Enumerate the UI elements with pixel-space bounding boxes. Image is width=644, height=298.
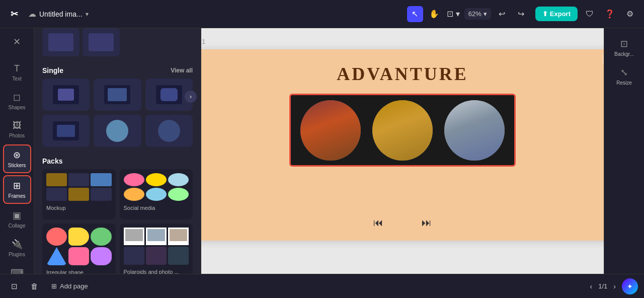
- single-frame-thumb-5[interactable]: [94, 115, 141, 147]
- mockup-thumb-5: [68, 188, 89, 201]
- settings-icon-button[interactable]: ⚙: [622, 6, 638, 22]
- doc-title[interactable]: Untitled ima...: [39, 10, 83, 18]
- mockup-thumbnails: [46, 173, 112, 201]
- right-panel: ⊡ Backgr... ⤡ Resize: [604, 28, 644, 274]
- background-icon: ⊡: [620, 38, 628, 49]
- app-logo[interactable]: ✂: [6, 6, 22, 22]
- mockup-pack-item[interactable]: Mockup: [42, 169, 116, 219]
- mockup-thumb-1: [46, 173, 67, 186]
- shapes-icon: ◻: [13, 92, 21, 103]
- canvas-scroll: Page 1 ⊡ ADVANTURE: [201, 28, 604, 274]
- panel-thumb-2[interactable]: [83, 28, 120, 56]
- add-page-label: Add page: [60, 282, 88, 290]
- resize-panel-item[interactable]: ⤡ Resize: [608, 63, 640, 90]
- hand-tool-button[interactable]: ✋: [426, 6, 442, 22]
- next-page-button[interactable]: ›: [611, 280, 618, 292]
- sidebar-item-stickers[interactable]: ⊛ Stickers: [3, 144, 31, 173]
- stickers-icon: ⊛: [13, 150, 21, 161]
- single-section-title: Single: [42, 66, 63, 74]
- social-thumb-4: [124, 188, 144, 201]
- sidebar-item-frames[interactable]: ⊞ Frames: [3, 175, 31, 204]
- photos-icon: 🖼: [13, 120, 22, 131]
- packs-section-header: Packs: [34, 151, 201, 169]
- thumbnail-view-button[interactable]: ⊡: [6, 278, 22, 294]
- packs-grid: Mockup Social media: [34, 169, 201, 274]
- mockup-thumb-3: [91, 173, 111, 186]
- irr-thumb-1: [46, 228, 67, 246]
- single-frame-thumb-2[interactable]: [94, 79, 141, 111]
- sidebar-item-plugins[interactable]: 🔌 Plugins: [3, 235, 31, 261]
- help-icon-button[interactable]: ❓: [602, 6, 618, 22]
- nav-arrows: ⏮ ⏭: [369, 215, 436, 231]
- scroll-next-button[interactable]: ›: [185, 91, 197, 103]
- frame-circle-1: [300, 100, 361, 161]
- next-arrow-button[interactable]: ⏭: [418, 215, 436, 231]
- sidebar-item-text[interactable]: T Text: [3, 59, 31, 86]
- ai-assistant-button[interactable]: ✦: [622, 278, 638, 294]
- single-section-header: Single View all: [34, 60, 201, 79]
- resize-handle[interactable]: ⊡: [603, 53, 604, 65]
- sidebar-item-shapes[interactable]: ◻ Shapes: [3, 88, 31, 114]
- single-thumbnail-row-2: [34, 115, 201, 151]
- frames-container[interactable]: [289, 94, 516, 167]
- social-thumb-3: [168, 173, 189, 186]
- single-row-wrapper: ›: [34, 79, 201, 115]
- irregular-thumbnails: [46, 228, 112, 265]
- sidebar-item-photos[interactable]: 🖼 Photos: [3, 116, 31, 142]
- polaroid-thumb-1: [124, 228, 144, 245]
- sidebar-stickers-label: Stickers: [8, 163, 26, 168]
- resize-label: Resize: [616, 80, 632, 86]
- topbar: ✂ ☁ Untitled ima... ▾ ↖ ✋ ⊡ ▾ 62% ▾ ↩ ↪ …: [0, 0, 644, 28]
- single-frame-thumb-1[interactable]: [42, 79, 90, 111]
- social-thumb-1: [124, 173, 144, 186]
- frame-circle-2: [372, 100, 433, 161]
- irr-thumb-5: [68, 247, 89, 265]
- design-canvas[interactable]: ⊡ ADVANTURE: [201, 49, 604, 241]
- social-thumb-5: [146, 188, 167, 201]
- sidebar-item-collage[interactable]: ▣ Collage: [3, 206, 31, 233]
- view-all-link[interactable]: View all: [171, 67, 193, 74]
- sidebar-item-keyboard[interactable]: ⌨: [3, 263, 31, 274]
- sidebar-text-label: Text: [12, 76, 21, 82]
- mockup-thumb-6: [91, 188, 111, 201]
- zoom-chevron-icon: ▾: [484, 10, 487, 18]
- shield-icon-button[interactable]: 🛡: [582, 6, 598, 22]
- export-button[interactable]: ⬆ Export: [535, 7, 578, 21]
- irr-thumb-6: [91, 247, 111, 265]
- topbar-right: ⬆ Export 🛡 ❓ ⚙: [535, 6, 638, 22]
- title-chevron-icon[interactable]: ▾: [86, 11, 89, 18]
- select-tool-button[interactable]: ↖: [407, 6, 423, 22]
- prev-page-button[interactable]: ‹: [588, 280, 595, 292]
- panel-sidebar: Single View all: [34, 28, 201, 274]
- title-area: ☁ Untitled ima... ▾: [28, 9, 401, 19]
- delete-page-button[interactable]: 🗑: [26, 278, 42, 294]
- social-thumbnails: [124, 173, 189, 201]
- undo-button[interactable]: ↩: [494, 6, 510, 22]
- page-label: Page 1: [201, 38, 604, 45]
- social-media-pack-label: Social media: [124, 205, 189, 211]
- page-number: 1/1: [598, 282, 607, 290]
- irregular-shape-pack-label: Irregular shape: [46, 269, 112, 274]
- resize-icon: ⤡: [620, 67, 628, 78]
- polaroid-thumb-6: [168, 247, 189, 265]
- sidebar-collapse-button[interactable]: ✕: [3, 32, 31, 51]
- add-page-button[interactable]: ⊞ Add page: [46, 279, 93, 293]
- frame-2-photo: [372, 100, 433, 161]
- redo-button[interactable]: ↪: [513, 6, 529, 22]
- panel-thumb-1[interactable]: [42, 28, 79, 56]
- cloud-icon: ☁: [28, 9, 36, 19]
- prev-arrow-button[interactable]: ⏮: [369, 215, 387, 231]
- social-media-pack-item[interactable]: Social media: [120, 169, 193, 219]
- irregular-shape-pack-item[interactable]: Irregular shape: [42, 224, 116, 274]
- topbar-tools: ↖ ✋ ⊡ ▾ 62% ▾ ↩ ↪: [407, 6, 529, 22]
- canvas-page: Page 1 ⊡ ADVANTURE: [201, 38, 604, 241]
- polaroid-thumb-2: [146, 228, 167, 245]
- background-panel-item[interactable]: ⊡ Backgr...: [608, 34, 640, 61]
- frame-tool-button[interactable]: ⊡ ▾: [445, 6, 461, 22]
- polaroids-pack-item[interactable]: Polaroids and photo ...: [120, 224, 193, 274]
- single-frame-thumb-6[interactable]: [145, 115, 193, 147]
- single-frame-thumb-4[interactable]: [42, 115, 90, 147]
- irr-thumb-2: [68, 228, 89, 246]
- mockup-thumb-4: [46, 188, 67, 201]
- zoom-control[interactable]: 62% ▾: [464, 8, 491, 20]
